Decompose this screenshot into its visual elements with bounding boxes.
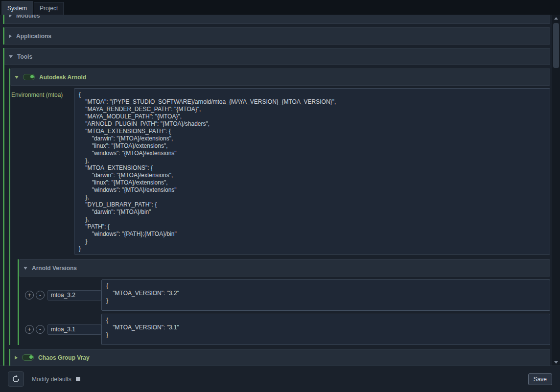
group-title-vray: Chaos Group Vray bbox=[38, 354, 90, 361]
version-row: + - { "MTOA_VERSION": "3.2" } bbox=[19, 279, 550, 311]
section-title-tools: Tools bbox=[17, 53, 32, 60]
save-button[interactable]: Save bbox=[528, 373, 552, 385]
group-header-autodesk-arnold[interactable]: Autodesk Arnold bbox=[10, 69, 550, 86]
section-modules: Modules bbox=[3, 15, 550, 24]
modify-defaults-label: Modify defaults bbox=[32, 376, 71, 383]
settings-window: System Project Modules Applications bbox=[0, 0, 560, 392]
toggle-knob bbox=[30, 75, 34, 78]
section-header-arnold-versions[interactable]: Arnold Versions bbox=[19, 259, 550, 277]
group-autodesk-arnold: Autodesk Arnold Environment (mtoa) { "MT… bbox=[9, 69, 550, 345]
remove-version-button[interactable]: - bbox=[36, 291, 45, 300]
arnold-versions-body: + - { "MTOA_VERSION": "3.2" } bbox=[19, 277, 550, 345]
version-row-controls: + - bbox=[19, 324, 101, 335]
version-value-textarea[interactable]: { "MTOA_VERSION": "3.1" } bbox=[101, 314, 550, 345]
arnold-body: Environment (mtoa) { "MTOA": "{PYPE_STUD… bbox=[10, 86, 550, 345]
caret-right-icon bbox=[9, 15, 12, 18]
arrow-down-icon bbox=[554, 361, 558, 364]
add-version-button[interactable]: + bbox=[25, 325, 34, 334]
group-title-arnold: Autodesk Arnold bbox=[39, 74, 86, 81]
refresh-button[interactable] bbox=[8, 371, 24, 387]
arrow-up-icon bbox=[554, 17, 558, 20]
caret-down-icon bbox=[23, 267, 27, 270]
section-arnold-versions: Arnold Versions + - bbox=[18, 259, 550, 345]
modify-defaults-checkbox[interactable] bbox=[76, 377, 80, 381]
group-chaos-group-vray: Chaos Group Vray bbox=[9, 349, 550, 366]
version-value-textarea[interactable]: { "MTOA_VERSION": "3.2" } bbox=[101, 279, 550, 311]
section-header-applications[interactable]: Applications bbox=[4, 27, 550, 45]
version-key-input[interactable] bbox=[47, 324, 101, 335]
scroll-up-button[interactable] bbox=[552, 15, 560, 22]
tools-body: Autodesk Arnold Environment (mtoa) { "MT… bbox=[4, 65, 550, 366]
vray-enabled-toggle[interactable] bbox=[22, 354, 34, 361]
remove-version-button[interactable]: - bbox=[36, 325, 45, 334]
version-key-input[interactable] bbox=[47, 290, 101, 300]
scroll-down-button[interactable] bbox=[552, 359, 560, 366]
environment-field-row: Environment (mtoa) { "MTOA": "{PYPE_STUD… bbox=[10, 88, 550, 254]
environment-label: Environment (mtoa) bbox=[11, 88, 74, 254]
section-applications: Applications bbox=[3, 27, 550, 45]
caret-down-icon bbox=[9, 55, 13, 58]
section-title-modules: Modules bbox=[16, 15, 40, 19]
caret-right-icon bbox=[9, 34, 12, 38]
toggle-knob bbox=[29, 355, 33, 359]
environment-mtoa-textarea[interactable]: { "MTOA": "{PYPE_STUDIO_SOFTWARE}/arnold… bbox=[74, 88, 550, 254]
tab-bar: System Project bbox=[0, 0, 560, 15]
vertical-scrollbar[interactable] bbox=[552, 15, 560, 366]
add-version-button[interactable]: + bbox=[25, 291, 34, 300]
section-header-tools[interactable]: Tools bbox=[4, 48, 550, 65]
tab-system[interactable]: System bbox=[1, 1, 33, 15]
caret-right-icon bbox=[15, 356, 18, 360]
footer-bar: Modify defaults Save bbox=[0, 366, 560, 392]
refresh-icon bbox=[12, 375, 20, 383]
section-tools: Tools Autodesk Arnold Envir bbox=[3, 48, 550, 366]
version-row-controls: + - bbox=[19, 290, 101, 300]
scroll-inner: Modules Applications Tools bbox=[0, 15, 552, 366]
group-header-chaos-vray[interactable]: Chaos Group Vray bbox=[10, 349, 550, 366]
section-title-applications: Applications bbox=[16, 33, 51, 40]
arnold-enabled-toggle[interactable] bbox=[23, 74, 35, 80]
caret-down-icon bbox=[15, 76, 19, 79]
section-title-arnold-versions: Arnold Versions bbox=[32, 265, 77, 272]
version-row: + - { "MTOA_VERSION": "3.1" } bbox=[19, 314, 550, 345]
scrollbar-thumb[interactable] bbox=[553, 23, 559, 68]
tab-project[interactable]: Project bbox=[34, 2, 64, 15]
settings-content: Modules Applications Tools bbox=[0, 15, 552, 366]
section-header-modules[interactable]: Modules bbox=[4, 15, 550, 24]
